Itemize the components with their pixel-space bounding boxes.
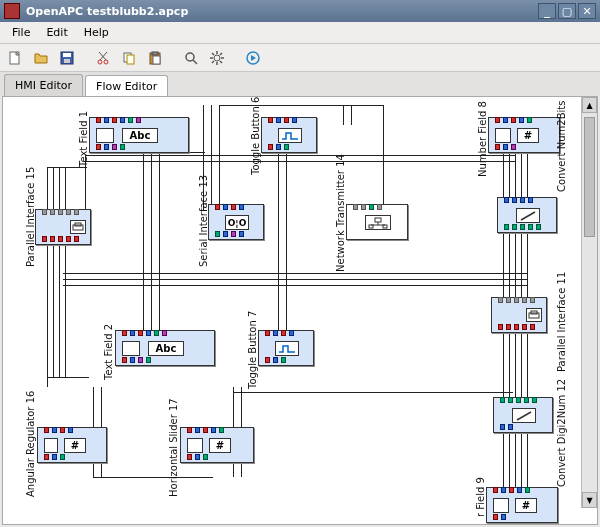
svg-rect-12: [152, 52, 158, 55]
block-horizontal-slider-17[interactable]: #: [180, 427, 254, 463]
printer-icon: [528, 310, 540, 320]
window-controls: _ ▢ ✕: [538, 3, 596, 19]
wire: [65, 167, 66, 377]
window-title: OpenAPC testblubb2.apcp: [26, 5, 538, 18]
maximize-button[interactable]: ▢: [558, 3, 576, 19]
tabstrip: HMI Editor Flow Editor: [0, 72, 600, 96]
paste-icon: [147, 50, 163, 66]
wire: [151, 152, 152, 332]
wire: [47, 167, 48, 387]
printer-icon: [72, 222, 84, 232]
wire: [233, 392, 513, 393]
svg-point-16: [214, 55, 220, 61]
settings-button[interactable]: [206, 47, 228, 69]
gear-icon: [209, 50, 225, 66]
number-field-8-inner: #: [517, 128, 539, 143]
svg-rect-33: [383, 225, 387, 228]
block-parallel-interface-11[interactable]: [491, 297, 547, 333]
block-convert-num2bits-10[interactable]: [497, 197, 557, 233]
label-convert-num2bits-10: Convert Num2Bits 10: [556, 96, 567, 192]
wire: [219, 105, 384, 106]
menu-file[interactable]: File: [4, 24, 38, 41]
block-r-field-9[interactable]: #: [486, 487, 558, 523]
svg-line-21: [212, 53, 214, 55]
copy-button[interactable]: [118, 47, 140, 69]
menu-help[interactable]: Help: [76, 24, 117, 41]
open-folder-icon: [33, 50, 49, 66]
indicator-box: [44, 438, 58, 453]
block-toggle-button-6[interactable]: [261, 117, 317, 153]
label-text-field-1: Text Field 1: [78, 111, 89, 167]
svg-point-5: [98, 60, 102, 64]
scroll-thumb[interactable]: [584, 117, 595, 237]
menu-edit[interactable]: Edit: [38, 24, 75, 41]
block-number-field-8[interactable]: #: [488, 117, 560, 153]
svg-rect-32: [369, 225, 373, 228]
tab-hmi-editor[interactable]: HMI Editor: [4, 74, 83, 96]
wire: [63, 285, 528, 286]
horizontal-slider-17-inner: #: [209, 438, 231, 453]
run-button[interactable]: [242, 47, 264, 69]
indicator-box: [122, 341, 140, 356]
wire: [47, 377, 89, 378]
convert-icon: [519, 210, 537, 222]
r-field-9-inner: #: [515, 498, 537, 513]
wire: [85, 155, 515, 156]
svg-point-6: [104, 60, 108, 64]
new-button[interactable]: [4, 47, 26, 69]
wire: [351, 105, 352, 125]
label-r-field-9: r Field 9: [475, 477, 486, 517]
wire: [63, 273, 528, 274]
indicator-box: [187, 438, 203, 453]
block-angular-regulator-16[interactable]: #: [37, 427, 107, 463]
text-field-2-inner: Abc: [148, 341, 184, 356]
svg-line-15: [193, 60, 197, 64]
block-convert-digi2num-12[interactable]: [493, 397, 553, 433]
svg-rect-4: [64, 59, 70, 63]
minimize-button[interactable]: _: [538, 3, 556, 19]
block-serial-interface-13[interactable]: O¦O: [208, 204, 264, 240]
flow-canvas[interactable]: Parallel Interface 15 Text Field 1 Abc S…: [3, 97, 597, 524]
svg-rect-10: [127, 55, 134, 64]
scroll-down-button[interactable]: ▼: [582, 492, 597, 508]
svg-line-7: [100, 52, 107, 60]
wire: [143, 152, 144, 332]
label-network-transmitter-14: Network Transmitter 14: [335, 154, 346, 272]
block-network-transmitter-14[interactable]: [346, 204, 408, 240]
svg-line-22: [220, 61, 222, 63]
svg-rect-13: [153, 56, 160, 64]
wire: [286, 152, 287, 337]
block-text-field-1[interactable]: Abc: [89, 117, 189, 153]
svg-line-34: [521, 212, 535, 220]
svg-marker-26: [251, 55, 256, 61]
save-button[interactable]: [56, 47, 78, 69]
block-text-field-2[interactable]: Abc: [115, 330, 215, 366]
serial-icon: O¦O: [225, 215, 249, 230]
block-toggle-button-7[interactable]: [258, 330, 314, 366]
label-angular-regulator-16: Angular Regulator 16: [25, 391, 36, 497]
close-button[interactable]: ✕: [578, 3, 596, 19]
save-icon: [59, 50, 75, 66]
label-parallel-interface-11: Parallel Interface 11: [556, 272, 567, 372]
wire: [211, 105, 212, 210]
indicator-box: [495, 128, 511, 143]
open-button[interactable]: [30, 47, 52, 69]
svg-line-8: [99, 52, 106, 60]
cut-button[interactable]: [92, 47, 114, 69]
label-text-field-2: Text Field 2: [103, 324, 114, 380]
scroll-up-button[interactable]: ▲: [582, 97, 597, 113]
cut-icon: [95, 50, 111, 66]
svg-line-23: [212, 61, 214, 63]
svg-rect-29: [375, 218, 381, 222]
label-horizontal-slider-17: Horizontal Slider 17: [168, 398, 179, 497]
paste-button[interactable]: [144, 47, 166, 69]
tab-flow-editor[interactable]: Flow Editor: [85, 75, 168, 97]
wire: [85, 161, 515, 162]
vertical-scrollbar[interactable]: ▲ ▼: [581, 97, 597, 508]
wire: [343, 105, 344, 125]
block-parallel-interface-15[interactable]: [35, 209, 91, 245]
angular-regulator-16-inner: #: [64, 438, 86, 453]
find-button[interactable]: [180, 47, 202, 69]
convert-icon: [515, 410, 533, 422]
pulse-icon: [281, 131, 299, 141]
